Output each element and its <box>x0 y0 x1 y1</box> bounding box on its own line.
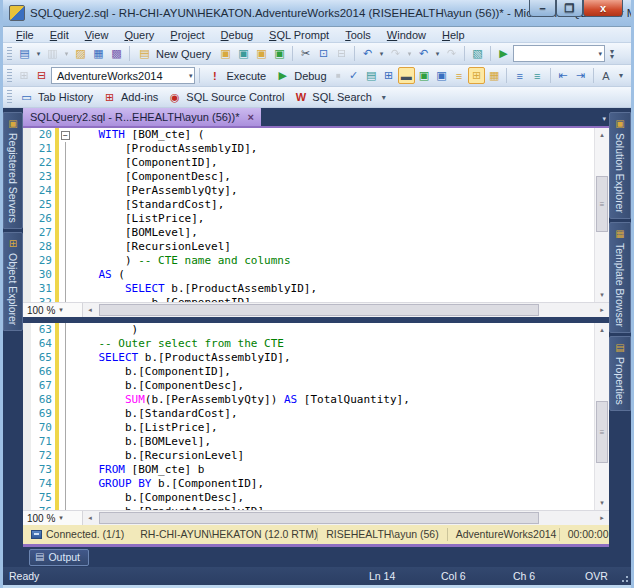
analysis-query-icon[interactable]: ▣ <box>235 45 252 62</box>
code-line[interactable]: 68 SUM(b.[PerAssemblyQty]) AS [TotalQuan… <box>23 393 594 407</box>
quick-find-combo[interactable]: ▾ <box>513 45 605 62</box>
document-tab-close-icon[interactable]: × <box>247 111 253 123</box>
code-line[interactable]: 23 [ComponentDesc], <box>23 170 594 184</box>
add-ins-button[interactable]: ⊞ Add-ins <box>99 88 163 107</box>
code-line[interactable]: 32 b.[ComponentID], <box>23 296 594 302</box>
code-line[interactable]: 75 b.[ComponentDesc], <box>23 491 594 505</box>
maximize-button[interactable]: ❐ <box>556 0 583 17</box>
new-file-dropdown-icon[interactable]: ▾ <box>34 50 43 58</box>
code-line[interactable]: 20− WITH [BOM_cte] ( <box>23 128 594 142</box>
new-query-button[interactable]: ▤ New Query <box>134 44 216 63</box>
scroll-right-icon[interactable]: ▸ <box>595 511 609 525</box>
include-actual-plan-icon[interactable]: ▣ <box>416 67 433 84</box>
zoom-dropdown-icon[interactable]: ▾ <box>59 306 63 314</box>
scroll-left-icon[interactable]: ◂ <box>83 511 97 525</box>
sidebar-tab-registered-servers[interactable]: ▣ Registered Servers <box>3 112 23 229</box>
uncomment-icon[interactable]: ≡ <box>529 67 546 84</box>
undo-icon[interactable]: ↶ <box>359 45 376 62</box>
zoom-control[interactable]: 100 % ▾ <box>23 511 83 525</box>
activity-monitor-icon[interactable]: ▧ <box>469 45 486 62</box>
horizontal-scrollbar[interactable]: ◂ ▸ <box>83 511 609 525</box>
scrollbar-thumb[interactable] <box>99 512 539 524</box>
combo-dropdown-icon[interactable]: ▾ <box>595 50 603 58</box>
copy-icon[interactable]: ⊡ <box>315 45 332 62</box>
code-line[interactable]: 76 b.[ProductAssemblyID] <box>23 505 594 510</box>
code-line[interactable]: 29 ) -- CTE name and columns <box>23 254 594 268</box>
decrease-indent-icon[interactable]: ⇤ <box>555 67 572 84</box>
combo-dropdown-icon[interactable]: ▾ <box>185 72 193 80</box>
run-icon[interactable]: ▶ <box>495 45 512 62</box>
minimize-button[interactable]: – <box>529 0 556 17</box>
menu-tools[interactable]: Tools <box>338 29 378 41</box>
menu-sql-prompt[interactable]: SQL Prompt <box>262 29 336 41</box>
xmla-query-icon[interactable]: ▣ <box>271 45 288 62</box>
parse-icon[interactable]: ✓ <box>345 67 362 84</box>
scroll-left-icon[interactable]: ◂ <box>83 303 97 317</box>
code-line[interactable]: 27 [BOMLevel], <box>23 226 594 240</box>
menu-edit[interactable]: Edit <box>43 29 76 41</box>
code-line[interactable]: 22 [ComponentID], <box>23 156 594 170</box>
code-line[interactable]: 26 [ListPrice], <box>23 212 594 226</box>
output-button[interactable]: ▤ Output <box>29 549 89 566</box>
intellisense-icon[interactable]: ▤ <box>363 67 380 84</box>
execute-button[interactable]: ! Execute <box>204 66 271 85</box>
scroll-down-icon[interactable]: ▾ <box>595 288 609 302</box>
change-case-icon[interactable]: A <box>598 67 615 84</box>
sidebar-tab-object-explorer[interactable]: ⊞ Object Explorer <box>3 232 23 331</box>
code-line[interactable]: 64 -- Outer select from the CTE <box>23 337 594 351</box>
sidebar-tab-template-browser[interactable]: ▦ Template Browser <box>609 222 631 333</box>
toolbar-grip[interactable] <box>7 69 12 83</box>
new-file-icon[interactable]: ▤ <box>16 45 33 62</box>
menu-file[interactable]: File <box>9 29 41 41</box>
snippets-icon[interactable]: ⊞ <box>380 67 397 84</box>
scrollbar-thumb[interactable] <box>99 304 539 316</box>
code-line[interactable]: 24 [PerAssemblyQty], <box>23 184 594 198</box>
horizontal-scrollbar[interactable]: ◂ ▸ <box>83 303 609 317</box>
sidebar-tab-solution-explorer[interactable]: ▣ Solution Explorer <box>609 112 631 219</box>
menu-view[interactable]: View <box>78 29 116 41</box>
open-file-icon[interactable]: ▨ <box>72 45 89 62</box>
sidebar-tab-properties[interactable]: ▤ Properties <box>609 336 631 411</box>
results-to-file-icon[interactable]: ▦ <box>486 67 503 84</box>
debug-button[interactable]: ▶ Debug <box>272 66 331 85</box>
available-databases-combo[interactable]: AdventureWorks2014 ▾ <box>51 67 195 84</box>
code-line[interactable]: 71 b.[BOMLevel], <box>23 435 594 449</box>
code-line[interactable]: 25 [StandardCost], <box>23 198 594 212</box>
toolbar-grip[interactable] <box>7 47 12 61</box>
menu-query[interactable]: Query <box>117 29 161 41</box>
code-line[interactable]: 63 ) <box>23 323 594 337</box>
zoom-control[interactable]: 100 % ▾ <box>23 303 83 317</box>
menu-window[interactable]: Window <box>380 29 433 41</box>
code-line[interactable]: 21 [ProductAssemblyID], <box>23 142 594 156</box>
zoom-dropdown-icon[interactable]: ▾ <box>59 514 63 522</box>
navigate-back-dropdown-icon[interactable]: ▾ <box>433 50 442 58</box>
change-connection-icon[interactable]: ⊟ <box>33 67 50 84</box>
code-line[interactable]: 70 b.[ListPrice], <box>23 421 594 435</box>
save-icon[interactable]: ▦ <box>90 45 107 62</box>
code-line[interactable]: 31 SELECT b.[ProductAssemblyID], <box>23 282 594 296</box>
scroll-right-icon[interactable]: ▸ <box>595 303 609 317</box>
toolbar-overflow-icon[interactable]: ▾ <box>378 89 390 106</box>
code-line[interactable]: 73 FROM [BOM_cte] b <box>23 463 594 477</box>
menu-project[interactable]: Project <box>163 29 211 41</box>
sql-source-control-button[interactable]: ◉ SQL Source Control <box>164 88 289 107</box>
sql-search-button[interactable]: W SQL Search <box>290 88 377 107</box>
code-line[interactable]: 67 b.[ComponentDesc], <box>23 379 594 393</box>
active-files-dropdown-icon[interactable]: ▾ <box>602 115 606 123</box>
tab-history-button[interactable]: ▭ Tab History <box>16 88 98 107</box>
undo-dropdown-icon[interactable]: ▾ <box>377 50 386 58</box>
results-pane-toggle-icon[interactable]: ▬ <box>398 67 415 84</box>
include-client-stats-icon[interactable]: ▣ <box>433 67 450 84</box>
scrollbar-thumb[interactable]: ≡ <box>596 401 608 463</box>
fold-collapse-icon[interactable]: − <box>59 128 72 142</box>
editor-pane-bottom[interactable]: 63 )64 -- Outer select from the CTE65 SE… <box>23 323 609 510</box>
code-line[interactable]: 66 b.[ComponentID], <box>23 365 594 379</box>
code-line[interactable]: 74 GROUP BY b.[ComponentID], <box>23 477 594 491</box>
resize-grip[interactable] <box>619 573 629 583</box>
document-tab-sqlquery2[interactable]: SQLQuery2.sql - R...EHEALTH\ayun (56))* … <box>23 108 261 126</box>
increase-indent-icon[interactable]: ⇥ <box>572 67 589 84</box>
editor-pane-top[interactable]: 20− WITH [BOM_cte] (21 [ProductAssemblyI… <box>23 128 609 302</box>
scroll-up-icon[interactable]: ▴ <box>595 323 609 337</box>
code-line[interactable]: 72 b.[RecursionLevel] <box>23 449 594 463</box>
code-line[interactable]: 65 SELECT b.[ProductAssemblyID], <box>23 351 594 365</box>
